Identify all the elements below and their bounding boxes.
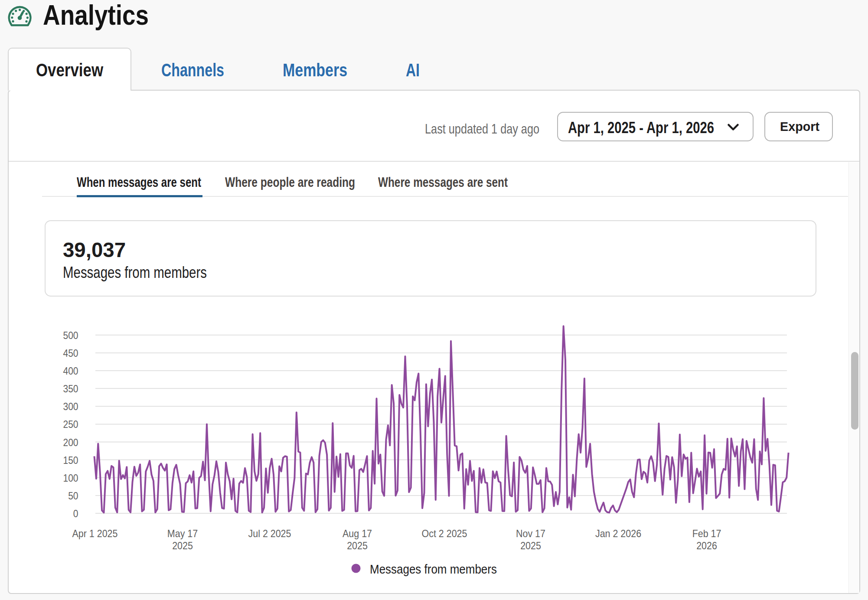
svg-text:0: 0	[73, 508, 78, 520]
svg-text:2026: 2026	[696, 540, 717, 551]
svg-text:150: 150	[63, 454, 78, 466]
svg-text:500: 500	[63, 330, 78, 342]
svg-text:Aug 17: Aug 17	[343, 528, 372, 539]
svg-text:200: 200	[63, 437, 78, 448]
svg-text:2025: 2025	[347, 540, 368, 551]
svg-text:250: 250	[63, 419, 78, 430]
svg-text:450: 450	[63, 348, 78, 359]
svg-text:May 17: May 17	[167, 528, 198, 539]
svg-text:Messages from members: Messages from members	[370, 562, 497, 576]
svg-text:350: 350	[63, 383, 78, 395]
svg-text:2025: 2025	[172, 540, 193, 551]
svg-text:50: 50	[68, 490, 78, 502]
svg-text:Apr 1 2025: Apr 1 2025	[72, 528, 118, 539]
svg-text:Jul 2 2025: Jul 2 2025	[248, 528, 291, 539]
svg-text:400: 400	[63, 365, 78, 377]
svg-text:300: 300	[63, 401, 78, 413]
svg-text:2025: 2025	[520, 540, 541, 551]
svg-text:Jan 2 2026: Jan 2 2026	[595, 528, 641, 539]
svg-text:Nov 17: Nov 17	[516, 528, 545, 539]
svg-text:Feb 17: Feb 17	[692, 528, 721, 539]
svg-text:Oct 2 2025: Oct 2 2025	[422, 528, 467, 539]
svg-text:100: 100	[63, 473, 78, 484]
